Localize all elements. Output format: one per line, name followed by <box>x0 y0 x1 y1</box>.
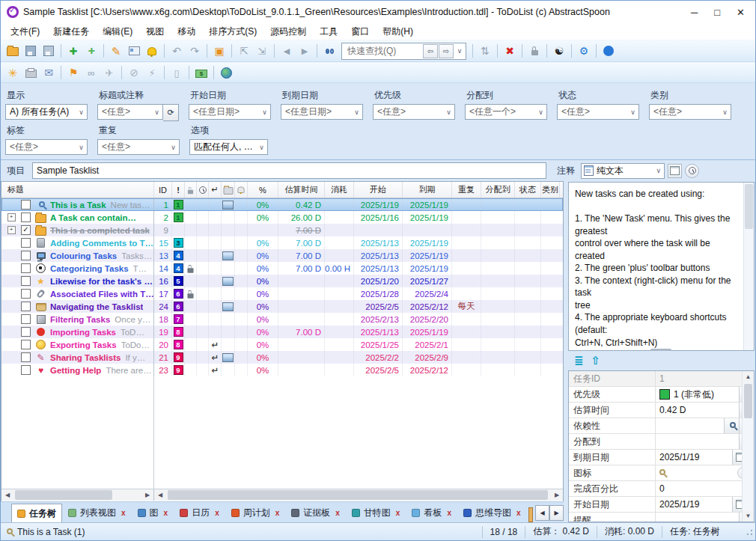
filter-combo-状态[interactable]: <任意>∨ <box>557 104 639 120</box>
task-row[interactable]: This is a TaskNew tas…110%0.42 D2025/1/1… <box>1 198 563 211</box>
menu-item[interactable]: 文件(F) <box>4 24 46 40</box>
new-tasklist-button[interactable]: ✳ <box>4 64 22 81</box>
edit-task-button[interactable]: ✎ <box>107 43 125 59</box>
column-header-start[interactable]: 开始 <box>354 182 403 198</box>
task-checkbox[interactable] <box>21 238 31 248</box>
task-row[interactable]: Navigating the Tasklist2460%2025/2/52025… <box>1 300 563 313</box>
tab-close-icon[interactable]: x <box>335 509 340 517</box>
task-checkbox[interactable] <box>21 365 31 375</box>
tab-close-icon[interactable]: x <box>516 509 521 517</box>
attribute-vscrollbar[interactable]: ▲▼ <box>742 371 754 522</box>
back-button[interactable]: ◀ <box>278 43 296 59</box>
tab-scroll-right-button[interactable]: ▶ <box>549 505 564 521</box>
edit-attributes-button[interactable] <box>125 43 143 59</box>
attribute-value[interactable]: 0 <box>656 481 754 496</box>
sort-button[interactable]: ⇅ <box>476 43 494 59</box>
attribute-value[interactable]: 1 (非常低) <box>656 387 739 402</box>
task-row[interactable]: +A Task can contain…210%26.00 D2025/1/16… <box>1 211 563 224</box>
column-header-due[interactable]: 到期 <box>403 182 452 198</box>
attribute-value[interactable] <box>656 465 737 480</box>
flag-button[interactable]: ⚑ <box>64 64 82 81</box>
task-title-cell[interactable]: Exporting TasksToDo… <box>1 338 154 351</box>
title-hscrollbar[interactable]: ◀ ▶ <box>1 489 154 501</box>
quickfind-next-button[interactable]: ⇨ <box>439 44 454 58</box>
tab-看板[interactable]: 看板x <box>406 503 457 522</box>
open-file-button[interactable] <box>4 43 22 59</box>
comments-text[interactable]: New tasks can be created using: 1. The '… <box>569 183 743 350</box>
filter-combo-开始日期[interactable]: <任意日期>∨ <box>189 104 271 120</box>
search-button[interactable] <box>724 418 739 433</box>
column-header-reminder[interactable] <box>235 182 248 198</box>
tab-任务树[interactable]: 任务树 <box>11 504 62 522</box>
filter-combo-到期日期[interactable]: <任意日期>∨ <box>281 104 363 120</box>
task-row[interactable]: Colouring TasksTasks…1340%7.00 D2025/1/1… <box>1 249 563 262</box>
tab-close-icon[interactable]: x <box>164 509 168 517</box>
attribute-value[interactable] <box>656 434 739 449</box>
column-header-lock[interactable] <box>185 182 197 198</box>
attribute-value[interactable]: 0.42 D <box>656 403 739 418</box>
task-row[interactable]: Importing TasksToD…1980%7.00 D2025/1/132… <box>1 325 563 338</box>
quickfind-prev-button[interactable]: ⇦ <box>423 44 438 58</box>
task-row[interactable]: ♥Getting HelpThere are…239↵0%2025/2/5202… <box>1 364 563 376</box>
filter-combo-重复[interactable]: <任意>∨ <box>97 139 180 155</box>
task-row[interactable]: Associated Files with T…1760%2025/1/2820… <box>1 287 563 300</box>
filter-combo-优先级[interactable]: <任意>∨ <box>373 104 455 120</box>
filter-refresh-button[interactable]: ⟳ <box>163 104 179 121</box>
menu-item[interactable]: 帮助(H) <box>376 24 420 40</box>
attribute-value[interactable]: 1 <box>656 371 754 386</box>
column-header-filelink[interactable] <box>222 182 235 198</box>
column-header-status[interactable]: 状态 <box>515 182 541 198</box>
task-checkbox[interactable]: ✓ <box>21 225 31 235</box>
cleanup-button[interactable]: ✈ <box>100 64 118 81</box>
expand-tasks-button[interactable]: ⇱ <box>235 43 253 59</box>
task-row[interactable]: ✎Sharing TasklistsIf y…219↵0%2025/2/2202… <box>1 351 563 364</box>
close-button[interactable]: ✕ <box>737 7 745 18</box>
tab-close-icon[interactable]: x <box>447 509 451 517</box>
filter-combo-显示[interactable]: A) 所有任务(A)∨ <box>5 104 88 120</box>
column-header-category[interactable]: 类别 <box>541 182 560 198</box>
tab-甘特图[interactable]: 甘特图x <box>346 503 406 522</box>
menu-item[interactable]: 编辑(E) <box>96 24 139 40</box>
attribute-value[interactable] <box>656 418 724 433</box>
link-button[interactable]: ∞ <box>82 64 100 81</box>
maximize-view-button[interactable]: ▣ <box>210 43 228 59</box>
quickfind-dropdown-arrow[interactable]: ∨ <box>454 47 466 55</box>
tab-close-icon[interactable]: x <box>215 509 219 517</box>
task-title-cell[interactable]: ★Likewise for the task's … <box>1 275 154 287</box>
collapse-tasks-button[interactable]: ⇲ <box>253 43 271 59</box>
resize-grip[interactable] <box>745 528 754 537</box>
donate-button[interactable]: $ <box>192 64 210 81</box>
column-header-spent[interactable]: 消耗 <box>325 182 354 198</box>
filter-combo-选项[interactable]: 匹配任何人, …∨ <box>189 139 268 155</box>
maximize-button[interactable]: □ <box>714 7 720 18</box>
column-header-repeat[interactable]: 重复 <box>452 182 481 198</box>
menu-item[interactable]: 排序方式(S) <box>202 24 263 40</box>
attribute-value[interactable]: 2025/1/19 <box>656 450 732 465</box>
print-button[interactable] <box>22 64 40 81</box>
comments-box[interactable]: New tasks can be created using: 1. The '… <box>568 182 755 351</box>
tab-证据板[interactable]: 证据板x <box>285 503 346 522</box>
scroll-button[interactable]: ▯ <box>168 64 186 81</box>
task-checkbox[interactable] <box>21 352 31 362</box>
task-checkbox[interactable] <box>21 251 31 260</box>
task-title-cell[interactable]: Importing TasksToD… <box>1 325 154 338</box>
task-checkbox[interactable] <box>21 302 31 311</box>
expand-icon[interactable]: + <box>7 213 16 221</box>
web-button[interactable] <box>217 64 235 81</box>
task-checkbox[interactable] <box>21 289 31 299</box>
redo-button[interactable]: ↷ <box>186 43 204 59</box>
comments-time-button[interactable] <box>685 164 699 178</box>
tab-思维导图[interactable]: 思维导图x <box>457 503 527 522</box>
filter-combo-分配到[interactable]: <任意一个>∨ <box>465 104 547 120</box>
menu-item[interactable]: 工具 <box>313 24 344 40</box>
new-task-button[interactable]: ✚ <box>64 43 82 59</box>
expand-icon[interactable]: + <box>7 226 16 234</box>
quickfind-input[interactable] <box>346 45 422 57</box>
task-title-cell[interactable]: Filtering TasksOnce y… <box>1 313 154 325</box>
task-title-cell[interactable]: +✓This is a completed task <box>1 224 154 236</box>
columns-hscrollbar[interactable]: ◀ ▶ <box>154 489 563 501</box>
delete-task-button[interactable]: ✖ <box>501 43 519 59</box>
run-tool-button[interactable]: ⚡ <box>143 64 161 81</box>
task-row[interactable]: Filtering TasksOnce y…1870%2025/2/132025… <box>1 313 563 325</box>
lock-button[interactable] <box>525 43 543 59</box>
